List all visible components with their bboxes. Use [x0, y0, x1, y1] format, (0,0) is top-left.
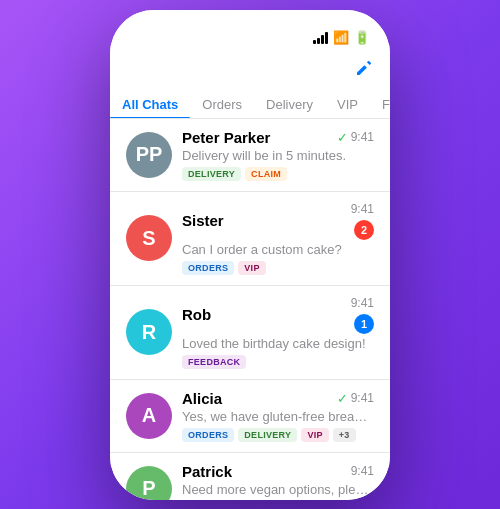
chat-content: Alicia✓ 9:41Yes, we have gluten-free bre…: [182, 390, 374, 442]
chat-content: Sister9:412Can I order a custom cake?ORD…: [182, 202, 374, 275]
status-icons: 📶 🔋: [313, 30, 370, 45]
chat-time: 9:41: [351, 296, 374, 310]
tag-vip: VIP: [301, 428, 328, 442]
chat-content: Patrick9:41Need more vegan options, plea…: [182, 463, 374, 500]
chat-right: 9:411: [345, 296, 374, 334]
tag-delivery: DELIVERY: [182, 167, 241, 181]
avatar: PP: [126, 132, 172, 178]
chat-preview: Yes, we have gluten-free bread available…: [182, 409, 374, 424]
signal-icon: [313, 32, 328, 44]
chat-preview: Can I order a custom cake?: [182, 242, 374, 257]
chat-preview: Need more vegan options, please.: [182, 482, 374, 497]
tab-orders[interactable]: Orders: [190, 91, 254, 118]
unread-badge: 2: [354, 220, 374, 240]
chat-time: ✓ 9:41: [337, 130, 374, 145]
tag-delivery: DELIVERY: [238, 428, 297, 442]
check-icon: ✓: [337, 130, 348, 145]
avatar: R: [126, 309, 172, 355]
chat-name: Patrick: [182, 463, 232, 480]
chat-time: 9:41: [351, 464, 374, 478]
chat-item-peter-parker[interactable]: PPPeter Parker✓ 9:41Delivery will be in …: [110, 119, 390, 192]
chat-right: 9:412: [345, 202, 374, 240]
chat-item-sister[interactable]: SSister9:412Can I order a custom cake?OR…: [110, 192, 390, 286]
chat-tags: DELIVERYCLAIM: [182, 167, 374, 181]
tag-feedback: FEEDBACK: [182, 355, 246, 369]
chat-item-patrick[interactable]: PPatrick9:41Need more vegan options, ple…: [110, 453, 390, 500]
chat-list: PPPeter Parker✓ 9:41Delivery will be in …: [110, 119, 390, 500]
avatar: S: [126, 215, 172, 261]
chat-name: Sister: [182, 212, 224, 229]
compose-button[interactable]: [354, 58, 374, 83]
tag-vip: VIP: [238, 261, 265, 275]
tag-orders: ORDERS: [182, 261, 234, 275]
avatar: P: [126, 466, 172, 500]
wifi-icon: 📶: [333, 30, 349, 45]
tag-orders: ORDERS: [182, 428, 234, 442]
battery-icon: 🔋: [354, 30, 370, 45]
chat-time: ✓ 9:41: [337, 391, 374, 406]
chat-name: Peter Parker: [182, 129, 270, 146]
check-icon: ✓: [337, 391, 348, 406]
chat-content: Rob9:411Loved the birthday cake design!F…: [182, 296, 374, 369]
chat-content: Peter Parker✓ 9:41Delivery will be in 5 …: [182, 129, 374, 181]
phone-frame: 📶 🔋 All Chats Orders Delivery VIP Feedba…: [110, 10, 390, 500]
tag-+3: +3: [333, 428, 356, 442]
chat-item-rob[interactable]: RRob9:411Loved the birthday cake design!…: [110, 286, 390, 380]
chat-name: Alicia: [182, 390, 222, 407]
unread-badge: 1: [354, 314, 374, 334]
tab-delivery[interactable]: Delivery: [254, 91, 325, 118]
status-bar: 📶 🔋: [110, 10, 390, 54]
tab-feedback[interactable]: Feedback: [370, 91, 390, 118]
chat-item-alicia[interactable]: AAlicia✓ 9:41Yes, we have gluten-free br…: [110, 380, 390, 453]
tag-claim: CLAIM: [245, 167, 287, 181]
avatar: A: [126, 393, 172, 439]
header: [110, 54, 390, 83]
chat-tags: ORDERSDELIVERYVIP+3: [182, 428, 374, 442]
chat-tags: FEEDBACK: [182, 355, 374, 369]
chat-name: Rob: [182, 306, 211, 323]
chat-preview: Delivery will be in 5 minutes.: [182, 148, 374, 163]
chat-preview: Loved the birthday cake design!: [182, 336, 374, 351]
tab-all-chats[interactable]: All Chats: [110, 91, 190, 118]
tab-bar: All Chats Orders Delivery VIP Feedback: [110, 83, 390, 119]
chat-right: ✓ 9:41: [331, 130, 374, 145]
chat-time: 9:41: [351, 202, 374, 216]
chat-right: 9:41: [345, 464, 374, 478]
chat-right: ✓ 9:41: [331, 391, 374, 406]
tab-vip[interactable]: VIP: [325, 91, 370, 118]
chat-tags: ORDERSVIP: [182, 261, 374, 275]
